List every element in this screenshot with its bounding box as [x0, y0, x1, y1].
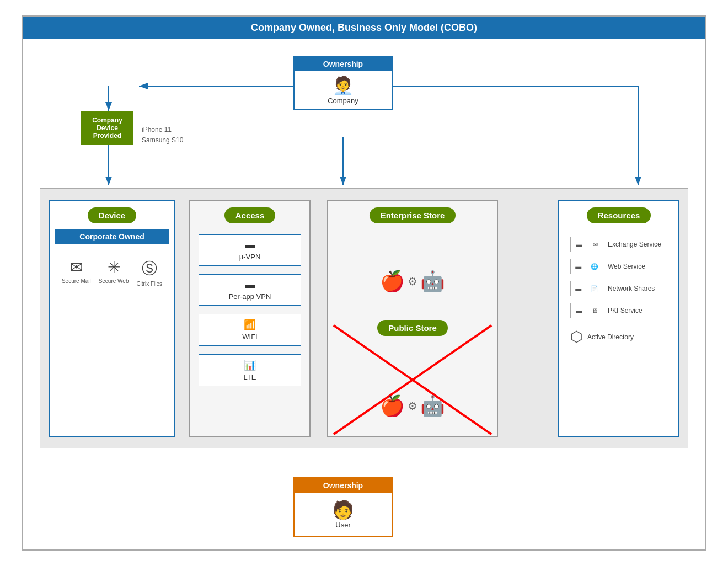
per-app-vpn-item: ▬ Per-app VPN — [199, 274, 301, 306]
mu-vpn-item: ▬ μ-VPN — [199, 234, 301, 266]
web-service-item: ▬ 🌐 Web Service — [565, 255, 673, 277]
connector-icon: ⚙ — [408, 275, 417, 288]
panel-store: Enterprise Store 🍎 ⚙ 🤖 Public Store — [327, 200, 498, 437]
main-title: Company Owned, Business Only Model (COBO… — [251, 22, 477, 33]
exchange-service-item: ▬ ✉ Exchange Service — [565, 233, 673, 255]
active-directory-icon: ⬡ — [570, 328, 583, 345]
main-container: Device Corporate Owned ✉ Secure Mail ✳ S… — [40, 188, 688, 448]
secure-mail-icon-item: ✉ Secure Mail — [62, 258, 91, 287]
public-store-icons: 🍎 ⚙ 🤖 — [328, 341, 497, 471]
lte-item: 📊 LTE — [199, 354, 301, 386]
panel-device: Device Corporate Owned ✉ Secure Mail ✳ S… — [49, 200, 175, 437]
access-panel-label: Access — [224, 207, 276, 223]
pki-service-icon: ▬ 🖥 — [570, 303, 603, 318]
panel-access: Access ▬ μ-VPN ▬ Per-app VPN 📶 WIFI — [189, 200, 311, 437]
ownership-company-header: Ownership — [295, 57, 392, 71]
ownership-user-body: 🧑 User — [295, 493, 392, 536]
secure-web-icon-item: ✳ Secure Web — [99, 258, 129, 287]
ownership-company-box: Ownership 🧑‍💼 Company — [293, 56, 393, 110]
network-shares-item: ▬ 📄 Network Shares — [565, 277, 673, 300]
user-person-icon: 🧑 — [297, 501, 389, 519]
android-icon: 🤖 — [420, 270, 445, 293]
ownership-user-box: Ownership 🧑 User — [293, 477, 393, 537]
device-icons-row: ✉ Secure Mail ✳ Secure Web Ⓢ Citrix File… — [50, 253, 174, 292]
device-model-labels: iPhone 11 Samsung S10 — [142, 125, 183, 146]
android-icon-2: 🤖 — [420, 394, 445, 418]
company-person-icon: 🧑‍💼 — [297, 77, 389, 94]
citrix-files-icon: Ⓢ — [136, 258, 162, 279]
apple-icon-2: 🍎 — [380, 394, 405, 418]
resources-panel-label: Resources — [587, 207, 651, 223]
ownership-user-header: Ownership — [295, 478, 392, 493]
corporate-owned-bar: Corporate Owned — [55, 229, 169, 244]
web-service-icon: ▬ 🌐 — [570, 259, 603, 274]
wifi-item: 📶 WIFI — [199, 314, 301, 346]
resources-list: ▬ ✉ Exchange Service ▬ 🌐 Web Service — [559, 229, 678, 353]
active-directory-item: ⬡ Active Directory — [565, 325, 673, 349]
per-app-vpn-icon: ▬ — [205, 279, 295, 291]
mu-vpn-icon: ▬ — [205, 239, 295, 251]
secure-web-icon: ✳ — [99, 258, 129, 276]
exchange-service-icon: ▬ ✉ — [570, 237, 603, 252]
main-area: Ownership 🧑‍💼 Company Company Device Pro… — [23, 39, 705, 548]
outer-frame: Company Owned, Business Only Model (COBO… — [22, 15, 706, 551]
connector-icon-2: ⚙ — [408, 399, 417, 413]
network-shares-icon: ▬ 📄 — [570, 281, 603, 296]
device-panel-label: Device — [88, 207, 136, 223]
wifi-icon: 📶 — [205, 319, 295, 331]
public-store-label: Public Store — [377, 320, 448, 336]
enterprise-store-section: Enterprise Store 🍎 ⚙ 🤖 — [328, 207, 497, 313]
enterprise-store-icons: 🍎 ⚙ 🤖 — [328, 229, 497, 334]
enterprise-store-label: Enterprise Store — [370, 207, 456, 223]
lte-icon: 📊 — [205, 359, 295, 371]
company-device-box: Company Device Provided — [81, 111, 133, 145]
public-store-section: Public Store 🍎 ⚙ 🤖 — [328, 320, 497, 449]
title-bar: Company Owned, Business Only Model (COBO… — [23, 17, 705, 39]
secure-mail-icon: ✉ — [62, 258, 91, 276]
ownership-company-body: 🧑‍💼 Company — [295, 71, 392, 109]
apple-icon: 🍎 — [380, 270, 405, 293]
pki-service-item: ▬ 🖥 PKI Service — [565, 300, 673, 322]
panel-resources: Resources ▬ ✉ Exchange Service ▬ — [558, 200, 679, 437]
access-items-list: ▬ μ-VPN ▬ Per-app VPN 📶 WIFI 📊 LTE — [190, 229, 309, 400]
citrix-files-icon-item: Ⓢ Citrix Files — [136, 258, 162, 287]
